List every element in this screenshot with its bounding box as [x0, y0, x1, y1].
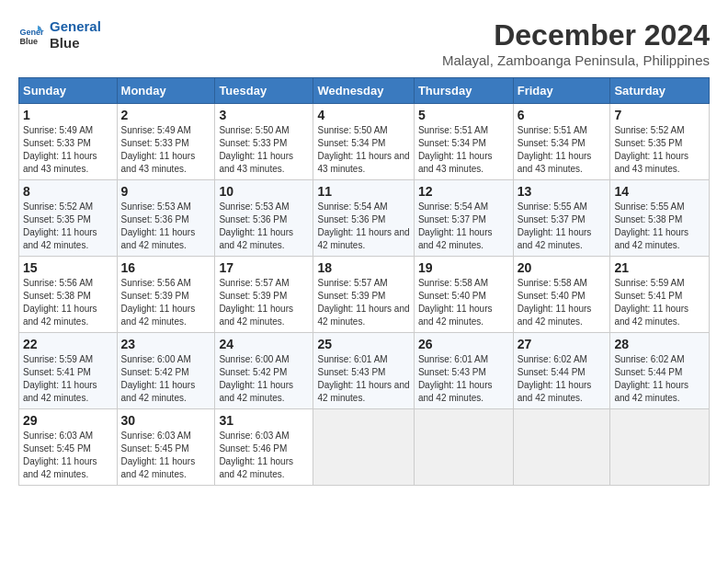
calendar-header-cell: Thursday	[414, 78, 513, 104]
svg-text:Blue: Blue	[19, 37, 38, 46]
day-info: Sunrise: 5:58 AMSunset: 5:40 PMDaylight:…	[518, 278, 592, 327]
day-info: Sunrise: 5:54 AMSunset: 5:36 PMDaylight:…	[317, 201, 409, 250]
day-number: 28	[614, 337, 705, 351]
calendar-day-cell: 18 Sunrise: 5:57 AMSunset: 5:39 PMDaylig…	[313, 257, 414, 333]
day-number: 12	[418, 184, 509, 199]
day-number: 10	[219, 184, 309, 199]
calendar-day-cell	[610, 409, 710, 486]
day-number: 18	[317, 260, 409, 275]
day-info: Sunrise: 5:57 AMSunset: 5:39 PMDaylight:…	[219, 278, 293, 327]
calendar-day-cell: 19 Sunrise: 5:58 AMSunset: 5:40 PMDaylig…	[414, 257, 513, 333]
day-number: 13	[518, 184, 607, 199]
day-info: Sunrise: 6:01 AMSunset: 5:43 PMDaylight:…	[418, 354, 493, 403]
day-number: 16	[121, 260, 211, 275]
day-info: Sunrise: 5:49 AMSunset: 5:33 PMDaylight:…	[121, 125, 196, 174]
day-number: 2	[121, 108, 211, 122]
calendar-day-cell: 16 Sunrise: 5:56 AMSunset: 5:39 PMDaylig…	[117, 257, 215, 333]
day-info: Sunrise: 5:52 AMSunset: 5:35 PMDaylight:…	[614, 125, 688, 174]
day-number: 5	[418, 108, 509, 122]
calendar-week-row: 1 Sunrise: 5:49 AMSunset: 5:33 PMDayligh…	[19, 104, 710, 180]
calendar-week-row: 22 Sunrise: 5:59 AMSunset: 5:41 PMDaylig…	[19, 333, 710, 409]
day-info: Sunrise: 6:03 AMSunset: 5:46 PMDaylight:…	[219, 431, 293, 479]
header: General Blue General Blue December 2024 …	[18, 18, 710, 68]
calendar-day-cell: 22 Sunrise: 5:59 AMSunset: 5:41 PMDaylig…	[19, 333, 118, 409]
day-info: Sunrise: 6:01 AMSunset: 5:43 PMDaylight:…	[317, 354, 409, 403]
calendar-table: SundayMondayTuesdayWednesdayThursdayFrid…	[18, 77, 710, 486]
logo-icon: General Blue	[18, 22, 44, 48]
calendar-day-cell: 30 Sunrise: 6:03 AMSunset: 5:45 PMDaylig…	[117, 409, 215, 486]
day-number: 9	[121, 184, 211, 199]
day-number: 22	[23, 337, 113, 351]
day-info: Sunrise: 6:00 AMSunset: 5:42 PMDaylight:…	[121, 354, 196, 403]
calendar-day-cell: 25 Sunrise: 6:01 AMSunset: 5:43 PMDaylig…	[313, 333, 414, 409]
calendar-header-cell: Friday	[513, 78, 610, 104]
calendar-week-row: 15 Sunrise: 5:56 AMSunset: 5:38 PMDaylig…	[19, 257, 710, 333]
day-info: Sunrise: 5:56 AMSunset: 5:39 PMDaylight:…	[121, 278, 196, 327]
day-number: 17	[219, 260, 309, 275]
calendar-day-cell	[313, 409, 414, 486]
calendar-day-cell: 7 Sunrise: 5:52 AMSunset: 5:35 PMDayligh…	[610, 104, 710, 180]
day-number: 15	[23, 260, 113, 275]
calendar-day-cell: 14 Sunrise: 5:55 AMSunset: 5:38 PMDaylig…	[610, 180, 710, 257]
calendar-day-cell: 17 Sunrise: 5:57 AMSunset: 5:39 PMDaylig…	[215, 257, 313, 333]
day-info: Sunrise: 5:53 AMSunset: 5:36 PMDaylight:…	[121, 201, 196, 250]
day-info: Sunrise: 5:55 AMSunset: 5:38 PMDaylight:…	[614, 201, 688, 250]
day-number: 11	[317, 184, 409, 199]
day-info: Sunrise: 5:58 AMSunset: 5:40 PMDaylight:…	[418, 278, 493, 327]
calendar-header-cell: Monday	[117, 78, 215, 104]
day-number: 4	[317, 108, 409, 122]
calendar-day-cell: 10 Sunrise: 5:53 AMSunset: 5:36 PMDaylig…	[215, 180, 313, 257]
day-number: 8	[23, 184, 113, 199]
calendar-day-cell: 21 Sunrise: 5:59 AMSunset: 5:41 PMDaylig…	[610, 257, 710, 333]
calendar-day-cell: 29 Sunrise: 6:03 AMSunset: 5:45 PMDaylig…	[19, 409, 118, 486]
day-number: 3	[219, 108, 309, 122]
calendar-week-row: 29 Sunrise: 6:03 AMSunset: 5:45 PMDaylig…	[19, 409, 710, 486]
calendar-header-row: SundayMondayTuesdayWednesdayThursdayFrid…	[19, 78, 710, 104]
day-number: 14	[614, 184, 705, 199]
calendar-header-cell: Wednesday	[313, 78, 414, 104]
day-info: Sunrise: 5:49 AMSunset: 5:33 PMDaylight:…	[23, 125, 97, 174]
day-info: Sunrise: 5:56 AMSunset: 5:38 PMDaylight:…	[23, 278, 97, 327]
calendar-day-cell: 11 Sunrise: 5:54 AMSunset: 5:36 PMDaylig…	[313, 180, 414, 257]
day-number: 30	[121, 413, 211, 428]
calendar-day-cell: 31 Sunrise: 6:03 AMSunset: 5:46 PMDaylig…	[215, 409, 313, 486]
day-info: Sunrise: 5:50 AMSunset: 5:34 PMDaylight:…	[317, 125, 409, 174]
calendar-day-cell	[513, 409, 610, 486]
day-info: Sunrise: 5:57 AMSunset: 5:39 PMDaylight:…	[317, 278, 409, 327]
day-number: 7	[614, 108, 705, 122]
main-title: December 2024	[442, 18, 710, 52]
calendar-day-cell: 20 Sunrise: 5:58 AMSunset: 5:40 PMDaylig…	[513, 257, 610, 333]
calendar-day-cell: 12 Sunrise: 5:54 AMSunset: 5:37 PMDaylig…	[414, 180, 513, 257]
calendar-day-cell: 4 Sunrise: 5:50 AMSunset: 5:34 PMDayligh…	[313, 104, 414, 180]
logo-line2: Blue	[50, 35, 101, 52]
day-info: Sunrise: 6:02 AMSunset: 5:44 PMDaylight:…	[518, 354, 592, 403]
subtitle: Malayal, Zamboanga Peninsula, Philippine…	[442, 52, 710, 68]
day-number: 26	[418, 337, 509, 351]
day-info: Sunrise: 5:54 AMSunset: 5:37 PMDaylight:…	[418, 201, 493, 250]
calendar-day-cell	[414, 409, 513, 486]
day-info: Sunrise: 5:59 AMSunset: 5:41 PMDaylight:…	[23, 354, 97, 403]
calendar-day-cell: 24 Sunrise: 6:00 AMSunset: 5:42 PMDaylig…	[215, 333, 313, 409]
day-info: Sunrise: 5:53 AMSunset: 5:36 PMDaylight:…	[219, 201, 293, 250]
day-info: Sunrise: 6:03 AMSunset: 5:45 PMDaylight:…	[121, 431, 196, 479]
calendar-day-cell: 1 Sunrise: 5:49 AMSunset: 5:33 PMDayligh…	[19, 104, 118, 180]
calendar-week-row: 8 Sunrise: 5:52 AMSunset: 5:35 PMDayligh…	[19, 180, 710, 257]
day-number: 6	[518, 108, 607, 122]
calendar-header-cell: Sunday	[19, 78, 118, 104]
calendar-day-cell: 5 Sunrise: 5:51 AMSunset: 5:34 PMDayligh…	[414, 104, 513, 180]
calendar-header-cell: Saturday	[610, 78, 710, 104]
day-info: Sunrise: 5:50 AMSunset: 5:33 PMDaylight:…	[219, 125, 293, 174]
day-number: 29	[23, 413, 113, 428]
calendar-day-cell: 9 Sunrise: 5:53 AMSunset: 5:36 PMDayligh…	[117, 180, 215, 257]
calendar-header-cell: Tuesday	[215, 78, 313, 104]
calendar-day-cell: 26 Sunrise: 6:01 AMSunset: 5:43 PMDaylig…	[414, 333, 513, 409]
day-number: 19	[418, 260, 509, 275]
day-info: Sunrise: 5:51 AMSunset: 5:34 PMDaylight:…	[418, 125, 493, 174]
day-info: Sunrise: 5:55 AMSunset: 5:37 PMDaylight:…	[518, 201, 592, 250]
day-number: 1	[23, 108, 113, 122]
calendar-day-cell: 3 Sunrise: 5:50 AMSunset: 5:33 PMDayligh…	[215, 104, 313, 180]
calendar-body: 1 Sunrise: 5:49 AMSunset: 5:33 PMDayligh…	[19, 104, 710, 486]
calendar-day-cell: 6 Sunrise: 5:51 AMSunset: 5:34 PMDayligh…	[513, 104, 610, 180]
day-info: Sunrise: 6:02 AMSunset: 5:44 PMDaylight:…	[614, 354, 688, 403]
day-info: Sunrise: 5:51 AMSunset: 5:34 PMDaylight:…	[518, 125, 592, 174]
